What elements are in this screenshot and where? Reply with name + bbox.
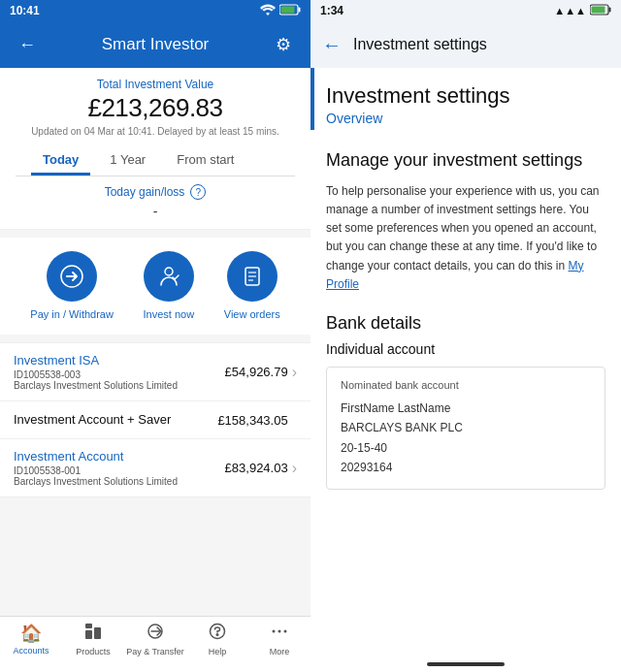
action-invest-now[interactable]: Invest now — [144, 251, 195, 321]
action-view-orders[interactable]: View orders — [224, 251, 280, 321]
bank-details-title: Bank details — [326, 313, 605, 334]
left-status-icons — [260, 4, 301, 17]
svg-rect-2 — [281, 7, 295, 14]
account-item-isa[interactable]: Investment ISA ID1005538-003 Barclays In… — [0, 342, 310, 401]
pay-withdraw-label: Pay in / Withdraw — [30, 307, 114, 321]
account-right-investment: £83,924.03 › — [225, 460, 297, 477]
wifi-icon — [260, 4, 276, 17]
account-item-investment[interactable]: Investment Account ID1005538-001 Barclay… — [0, 439, 310, 497]
accounts-list: Investment ISA ID1005538-003 Barclays In… — [0, 342, 310, 616]
bank-details-info: FirstName LastName BARCLAYS BANK PLC 20-… — [341, 399, 591, 478]
account-name-saver: Investment Account + Saver — [14, 412, 217, 427]
account-right-saver: £158,343.05 › — [217, 411, 297, 429]
right-battery-icon — [590, 4, 611, 17]
investment-settings-subtitle: Overview — [326, 111, 605, 126]
account-amount-investment: £83,924.03 — [225, 461, 288, 475]
bank-institution: BARCLAYS BANK PLC — [341, 418, 591, 437]
quick-actions: Pay in / Withdraw Invest now View orders — [0, 238, 310, 335]
account-provider-investment: Barclays Investment Solutions Limited — [14, 476, 225, 487]
help-nav-label: Help — [209, 647, 227, 656]
products-nav-icon — [84, 623, 102, 645]
view-orders-label: View orders — [224, 307, 280, 321]
settings-button[interactable]: ⚙ — [268, 29, 299, 60]
tab-today[interactable]: Today — [31, 144, 90, 176]
nav-pay-transfer[interactable]: Pay & Transfer — [124, 623, 186, 664]
account-left-isa: Investment ISA ID1005538-003 Barclays In… — [14, 353, 225, 391]
action-pay-withdraw[interactable]: Pay in / Withdraw — [30, 251, 114, 321]
right-header-title: Investment settings — [353, 36, 487, 53]
pay-withdraw-icon — [47, 251, 97, 302]
gain-loss-help-icon[interactable]: ? — [190, 184, 206, 200]
svg-point-4 — [165, 268, 173, 275]
gain-loss-value: - — [16, 204, 295, 219]
pay-transfer-nav-label: Pay & Transfer — [126, 647, 184, 656]
manage-description: To help personalise your experience with… — [326, 182, 605, 294]
account-id-isa: ID1005538-003 — [14, 369, 225, 380]
left-panel: 10:41 ← Smart Investor ⚙ Total Investmen… — [0, 0, 310, 672]
right-time: 1:34 — [320, 4, 343, 17]
manage-title: Manage your investment settings — [326, 149, 605, 172]
svg-point-15 — [273, 630, 276, 633]
invest-now-label: Invest now — [144, 307, 195, 321]
tab-1year[interactable]: 1 Year — [98, 144, 157, 176]
right-content: Investment settings Overview Manage your… — [310, 68, 621, 656]
nav-help[interactable]: Help — [186, 623, 248, 664]
account-item-saver[interactable]: Investment Account + Saver £158,343.05 › — [0, 401, 310, 439]
svg-rect-9 — [85, 630, 92, 639]
updated-text: Updated on 04 Mar at 10:41. Delayed by a… — [16, 126, 295, 137]
bank-sort-code: 20-15-40 — [341, 438, 591, 458]
investment-settings-title: Investment settings — [326, 83, 605, 109]
invest-now-icon — [144, 251, 194, 302]
bank-card: Nominated bank account FirstName LastNam… — [326, 367, 605, 491]
gain-loss-section: Today gain/loss ? - — [0, 176, 310, 230]
right-wifi-icon: ▲▲▲ — [554, 5, 586, 16]
accounts-nav-label: Accounts — [13, 646, 49, 656]
nav-products[interactable]: Products — [62, 623, 124, 664]
tab-from-start[interactable]: From start — [165, 144, 245, 176]
svg-point-16 — [278, 630, 281, 633]
nav-more[interactable]: More — [248, 623, 310, 664]
svg-rect-20 — [592, 7, 605, 14]
account-id-investment: ID1005538-001 — [14, 465, 225, 476]
nominated-bank-label: Nominated bank account — [341, 379, 591, 391]
svg-rect-11 — [85, 624, 92, 628]
bank-details-section: Bank details Individual account Nominate… — [310, 305, 621, 506]
pay-transfer-nav-icon — [146, 623, 165, 645]
home-indicator-bar — [427, 662, 505, 666]
products-nav-label: Products — [76, 647, 111, 656]
svg-point-17 — [284, 630, 287, 633]
nav-accounts[interactable]: 🏠 Accounts — [0, 623, 62, 664]
battery-icon — [279, 4, 301, 17]
right-top-bar: ← Investment settings — [310, 21, 621, 68]
account-name-investment: Investment Account — [14, 449, 225, 464]
left-top-bar: ← Smart Investor ⚙ — [0, 21, 310, 68]
total-investment-label: Total Investment Value — [16, 78, 295, 91]
bank-person-name: FirstName LastName — [341, 399, 591, 418]
account-amount-saver: £158,343.05 — [217, 413, 287, 428]
bank-account-number: 20293164 — [341, 458, 591, 477]
investment-value-section: Total Investment Value £213,269.83 Updat… — [0, 68, 310, 176]
chevron-icon-investment: › — [292, 460, 297, 477]
right-back-button[interactable]: ← — [322, 34, 342, 56]
manage-section: Manage your investment settings To help … — [310, 130, 621, 305]
gain-loss-label: Today gain/loss ? — [16, 184, 295, 200]
left-header-title: Smart Investor — [102, 35, 210, 54]
back-button[interactable]: ← — [12, 29, 43, 60]
chevron-icon-isa: › — [292, 364, 297, 381]
individual-account-title: Individual account — [326, 341, 605, 357]
account-left-saver: Investment Account + Saver — [14, 412, 217, 429]
status-bar-right: 1:34 ▲▲▲ — [310, 0, 621, 21]
bottom-nav: 🏠 Accounts Products Pay & Transfer Help — [0, 616, 310, 672]
account-left-investment: Investment Account ID1005538-001 Barclay… — [14, 449, 225, 487]
account-amount-isa: £54,926.79 — [225, 365, 288, 379]
svg-rect-1 — [299, 8, 301, 13]
more-nav-label: More — [270, 647, 290, 656]
svg-rect-19 — [609, 8, 611, 13]
right-panel: 1:34 ▲▲▲ ← Investment settings Investmen… — [310, 0, 621, 672]
view-orders-icon — [227, 251, 278, 302]
more-nav-icon — [271, 623, 288, 645]
bottom-indicator — [310, 656, 621, 672]
svg-rect-10 — [94, 627, 101, 639]
status-bar-left: 10:41 — [0, 0, 310, 21]
left-time: 10:41 — [10, 4, 40, 17]
